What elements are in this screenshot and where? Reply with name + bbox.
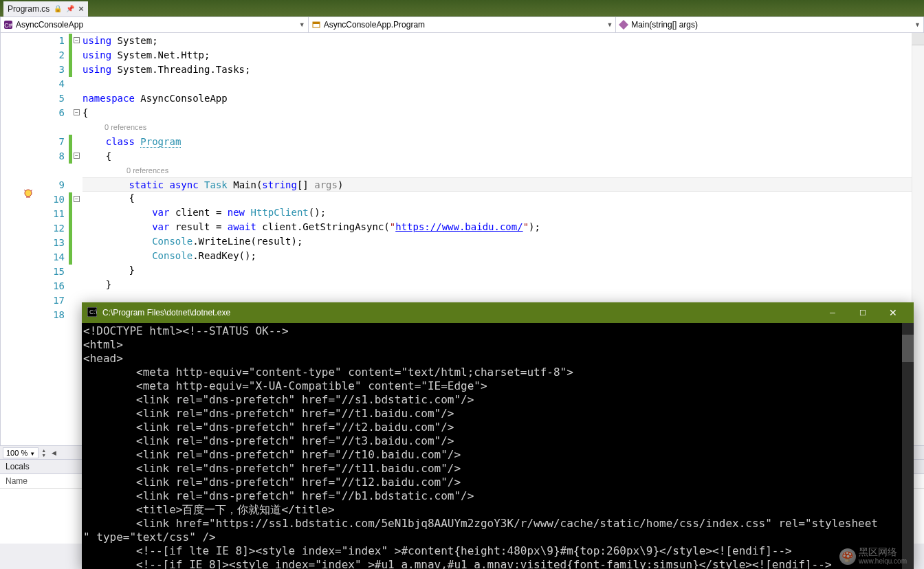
code-text: } xyxy=(82,279,111,290)
code-param: args xyxy=(314,179,338,190)
codelens-refs[interactable]: 0 references xyxy=(104,120,146,135)
nav-project[interactable]: C# AsyncConsoleApp ▼ xyxy=(1,17,309,32)
close-icon[interactable]: × xyxy=(78,3,84,14)
code-text: Main( xyxy=(233,179,262,190)
navigation-bar: C# AsyncConsoleApp ▼ AsyncConsoleApp.Pro… xyxy=(0,16,924,33)
fold-toggle[interactable]: − xyxy=(74,109,80,115)
code-keyword: class xyxy=(106,136,135,147)
console-window: C:\ C:\Program Files\dotnet\dotnet.exe ─… xyxy=(82,302,914,569)
nav-project-label: AsyncConsoleApp xyxy=(16,20,83,30)
scroll-left-icon[interactable]: ◀ xyxy=(52,449,56,456)
fold-toggle[interactable]: − xyxy=(74,153,80,159)
watermark: 🍄 黑区网络 www.heiqu.com xyxy=(839,547,907,566)
line-number-gutter: 123456789101112131415161718 xyxy=(38,33,69,445)
code-type: Console xyxy=(152,250,192,261)
close-button[interactable]: ✕ xyxy=(878,302,908,323)
zoom-dropdown[interactable]: 100 % ▼ xyxy=(3,447,38,458)
code-type: Task xyxy=(204,179,228,190)
lightbulb-icon[interactable] xyxy=(23,188,34,199)
code-keyword: await xyxy=(228,221,256,232)
change-marker xyxy=(69,34,72,77)
class-icon xyxy=(311,20,321,30)
zoom-value: 100 % xyxy=(6,449,28,457)
code-keyword: new xyxy=(228,207,245,218)
console-scroll-thumb[interactable] xyxy=(902,335,914,362)
code-keyword: static xyxy=(129,179,164,190)
code-text: System.Net.Http; xyxy=(111,49,210,60)
svg-rect-4 xyxy=(619,20,628,30)
code-text: { xyxy=(82,150,111,161)
console-titlebar[interactable]: C:\ C:\Program Files\dotnet\dotnet.exe ─… xyxy=(82,302,914,323)
maximize-button[interactable]: ☐ xyxy=(848,302,878,323)
code-type: Program xyxy=(140,136,181,148)
chevron-down-icon: ▼ xyxy=(914,21,921,28)
split-handle[interactable] xyxy=(912,33,924,45)
code-text: } xyxy=(82,265,135,276)
code-keyword: namespace xyxy=(82,93,135,104)
console-icon: C:\ xyxy=(87,307,97,319)
change-marker xyxy=(69,135,72,164)
chevron-down-icon: ▼ xyxy=(606,21,613,28)
minimize-button[interactable]: ─ xyxy=(817,302,848,323)
code-text: { xyxy=(82,192,135,203)
code-keyword: using xyxy=(82,35,111,46)
pin-icon[interactable]: 📌 xyxy=(66,5,74,12)
console-output[interactable]: <!DOCTYPE html><!--STATUS OK--><html><he… xyxy=(82,323,914,569)
code-keyword: string xyxy=(262,179,297,190)
nav-class[interactable]: AsyncConsoleApp.Program ▼ xyxy=(309,17,617,32)
watermark-text: 黑区网络 xyxy=(859,547,907,557)
fold-toggle[interactable]: − xyxy=(74,37,80,43)
code-type: HttpClient xyxy=(250,207,308,218)
code-text: AsyncConsoleApp xyxy=(135,93,228,104)
file-tab-label: Program.cs xyxy=(8,4,50,14)
glyph-margin xyxy=(0,33,38,445)
code-keyword: using xyxy=(82,49,111,60)
code-keyword: async xyxy=(169,179,198,190)
code-text: System.Threading.Tasks; xyxy=(111,64,250,75)
code-type: Console xyxy=(152,236,192,247)
console-title-text: C:\Program Files\dotnet\dotnet.exe xyxy=(102,308,230,317)
codelens-refs[interactable]: 0 references xyxy=(126,164,168,178)
nav-method-label: Main(string[] args) xyxy=(631,20,698,30)
code-keyword: var xyxy=(152,207,169,218)
svg-point-5 xyxy=(25,190,32,197)
file-tab-program[interactable]: Program.cs 🔒 📌 × xyxy=(3,1,88,16)
svg-rect-3 xyxy=(313,22,320,24)
tab-bar: Program.cs 🔒 📌 × xyxy=(0,0,924,16)
svg-text:C#: C# xyxy=(4,22,12,29)
scroll-arrows[interactable]: ▲▼ xyxy=(41,448,46,458)
nav-class-label: AsyncConsoleApp.Program xyxy=(324,20,425,30)
method-icon xyxy=(619,20,628,30)
code-url[interactable]: https://www.baidu.com/ xyxy=(395,221,522,232)
csharp-project-icon: C# xyxy=(3,20,13,30)
fold-toggle[interactable]: − xyxy=(74,196,80,202)
code-text: System; xyxy=(111,35,157,46)
watermark-icon: 🍄 xyxy=(839,548,856,565)
fold-gutter: − − − − xyxy=(73,33,82,445)
lock-icon: 🔒 xyxy=(54,5,62,12)
change-marker xyxy=(69,192,72,265)
svg-text:C:\: C:\ xyxy=(89,309,97,315)
code-keyword: var xyxy=(152,221,169,232)
code-keyword: using xyxy=(82,64,111,75)
chevron-down-icon: ▼ xyxy=(299,21,305,28)
code-text xyxy=(82,136,106,147)
watermark-url: www.heiqu.com xyxy=(859,557,907,566)
nav-method[interactable]: Main(string[] args) ▼ xyxy=(616,17,923,32)
code-text: { xyxy=(82,107,88,118)
